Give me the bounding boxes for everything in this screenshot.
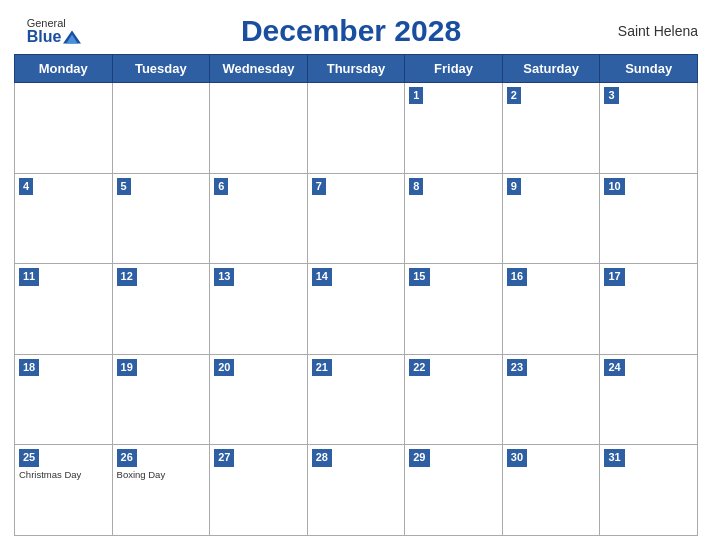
calendar-day-cell: 16 [502,264,600,355]
day-number: 15 [409,268,429,285]
calendar-day-cell: 4 [15,173,113,264]
day-event: Christmas Day [19,469,108,480]
calendar-day-cell: 12 [112,264,210,355]
day-header-wednesday: Wednesday [210,55,308,83]
day-number: 21 [312,359,332,376]
day-number: 12 [117,268,137,285]
calendar-day-cell: 25Christmas Day [15,445,113,536]
calendar-day-cell: 15 [405,264,503,355]
calendar-day-cell: 21 [307,354,405,445]
calendar-day-cell: 23 [502,354,600,445]
calendar-day-cell: 27 [210,445,308,536]
day-header-thursday: Thursday [307,55,405,83]
day-number: 24 [604,359,624,376]
day-number: 22 [409,359,429,376]
calendar-week-4: 18192021222324 [15,354,698,445]
day-number: 5 [117,178,131,195]
calendar-day-cell: 19 [112,354,210,445]
day-number: 23 [507,359,527,376]
calendar-day-cell: 29 [405,445,503,536]
day-header-sunday: Sunday [600,55,698,83]
calendar-day-cell [15,83,113,174]
calendar-day-cell [307,83,405,174]
calendar-day-cell: 30 [502,445,600,536]
calendar-day-cell: 14 [307,264,405,355]
calendar-table: Monday Tuesday Wednesday Thursday Friday… [14,54,698,536]
day-number: 18 [19,359,39,376]
day-number: 9 [507,178,521,195]
day-number: 11 [19,268,39,285]
day-header-friday: Friday [405,55,503,83]
day-number: 25 [19,449,39,466]
day-number: 31 [604,449,624,466]
logo-general: General [27,18,82,29]
day-number: 16 [507,268,527,285]
logo-icon [63,30,81,44]
day-number: 30 [507,449,527,466]
calendar-day-cell: 1 [405,83,503,174]
day-number: 2 [507,87,521,104]
calendar-week-5: 25Christmas Day26Boxing Day2728293031 [15,445,698,536]
day-event: Boxing Day [117,469,206,480]
calendar-header-row: Monday Tuesday Wednesday Thursday Friday… [15,55,698,83]
calendar-day-cell: 7 [307,173,405,264]
calendar-week-2: 45678910 [15,173,698,264]
calendar-day-cell: 31 [600,445,698,536]
calendar-day-cell: 5 [112,173,210,264]
day-number: 3 [604,87,618,104]
day-number: 8 [409,178,423,195]
calendar-header: General Blue December 2028 Saint Helena [14,10,698,54]
calendar-day-cell: 3 [600,83,698,174]
day-header-tuesday: Tuesday [112,55,210,83]
day-number: 28 [312,449,332,466]
day-number: 17 [604,268,624,285]
calendar-region: Saint Helena [608,23,698,39]
calendar-day-cell: 9 [502,173,600,264]
day-number: 20 [214,359,234,376]
calendar-day-cell: 13 [210,264,308,355]
calendar-day-cell [112,83,210,174]
calendar-body: 1234567891011121314151617181920212223242… [15,83,698,536]
day-number: 26 [117,449,137,466]
calendar-day-cell: 22 [405,354,503,445]
logo: General Blue [14,18,94,45]
calendar-day-cell: 26Boxing Day [112,445,210,536]
day-number: 14 [312,268,332,285]
calendar-week-3: 11121314151617 [15,264,698,355]
logo-blue: Blue [27,29,62,45]
calendar-day-cell: 8 [405,173,503,264]
day-number: 13 [214,268,234,285]
calendar-title: December 2028 [94,14,608,48]
day-number: 27 [214,449,234,466]
day-number: 19 [117,359,137,376]
day-header-monday: Monday [15,55,113,83]
day-number: 10 [604,178,624,195]
day-header-saturday: Saturday [502,55,600,83]
calendar-day-cell: 11 [15,264,113,355]
calendar-day-cell: 2 [502,83,600,174]
calendar-day-cell: 6 [210,173,308,264]
day-number: 29 [409,449,429,466]
calendar-day-cell: 28 [307,445,405,536]
calendar-day-cell [210,83,308,174]
calendar-day-cell: 24 [600,354,698,445]
calendar-day-cell: 17 [600,264,698,355]
day-number: 6 [214,178,228,195]
calendar-day-cell: 10 [600,173,698,264]
day-number: 7 [312,178,326,195]
day-number: 1 [409,87,423,104]
calendar-day-cell: 20 [210,354,308,445]
day-number: 4 [19,178,33,195]
calendar-day-cell: 18 [15,354,113,445]
calendar-week-1: 123 [15,83,698,174]
